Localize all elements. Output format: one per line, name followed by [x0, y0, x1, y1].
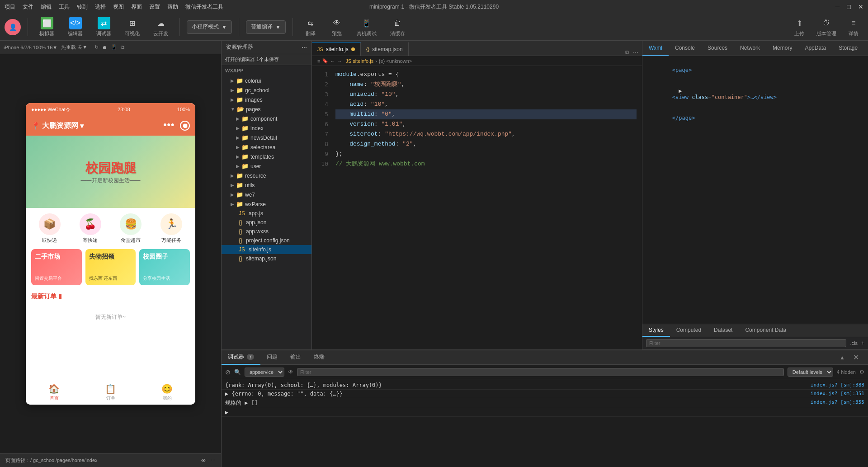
expand-icon[interactable]: ▲	[840, 354, 845, 361]
dt-tab-wxml[interactable]: Wxml	[642, 41, 669, 56]
menu-edit[interactable]: 编辑	[41, 3, 52, 11]
console-filter-input[interactable]	[297, 368, 784, 376]
file-appjson[interactable]: {} app.json	[222, 218, 311, 227]
more-icon[interactable]: ⋯	[211, 458, 216, 463]
dom-line-2[interactable]: </page>	[646, 108, 864, 128]
phone-nav-dots[interactable]: ●●● ⏺	[163, 121, 190, 131]
menu-settings[interactable]: 设置	[149, 3, 160, 11]
minimize-button[interactable]: ─	[835, 3, 840, 10]
dt-tab-network[interactable]: Network	[734, 41, 766, 56]
styles-tab-dataset[interactable]: Dataset	[708, 324, 739, 337]
eye-icon[interactable]: 👁	[201, 458, 206, 463]
breadcrumb-forward[interactable]: →	[337, 58, 342, 64]
icon-item-3[interactable]: 🏃 万能任务	[153, 213, 190, 244]
compile-select[interactable]: 普通编译 ▼	[246, 20, 286, 34]
dt-tab-storage[interactable]: Storage	[832, 41, 864, 56]
file-wxparse[interactable]: ▶ 📁 wxParse	[222, 199, 311, 209]
menu-file[interactable]: 文件	[23, 3, 33, 11]
translate-button[interactable]: ⇆ 翻译	[300, 15, 321, 39]
menu-tools[interactable]: 工具	[59, 3, 70, 11]
console-filter-icon[interactable]: 🔍	[234, 369, 241, 375]
dom-line-0[interactable]: <page>	[646, 60, 864, 80]
file-component[interactable]: ▶ 📁 component	[222, 114, 311, 123]
tab-order[interactable]: 📋 订单	[82, 380, 139, 405]
copy-icon[interactable]: ⧉	[121, 44, 124, 50]
console-source[interactable]: index.js? [sm]:355	[811, 399, 864, 405]
file-templates[interactable]: ▶ 📁 templates	[222, 152, 311, 161]
phone-icon[interactable]: 📱	[111, 44, 117, 50]
dt-tab-memory[interactable]: Memory	[766, 41, 798, 56]
visual-button[interactable]: ⊞ 可视化	[120, 15, 144, 39]
styles-tab-component[interactable]: Component Data	[739, 324, 793, 337]
mode-select[interactable]: 小程序模式 ▼	[187, 20, 232, 34]
menu-interface[interactable]: 界面	[131, 3, 142, 11]
version-button[interactable]: ⏱ 版本管理	[813, 15, 840, 39]
hotreload-label[interactable]: 热重载 关▼	[61, 44, 87, 51]
preview-button[interactable]: 👁 预览	[326, 15, 348, 39]
file-gc_school[interactable]: ▶ 📁 gc_school	[222, 85, 311, 95]
device-label[interactable]: iPhone 6/7/8 100% 16▼	[4, 45, 57, 50]
real-debug-button[interactable]: 📱 真机调试	[352, 15, 381, 39]
console-tab-issues[interactable]: 问题	[260, 350, 284, 365]
file-appjs[interactable]: JS app.js	[222, 209, 311, 218]
dt-tab-security[interactable]: Security	[864, 41, 868, 56]
menu-select[interactable]: 选择	[95, 3, 106, 11]
code-content[interactable]: module.exports = { name: "校园跑腿", uniacid…	[330, 66, 642, 349]
clear-button[interactable]: 🗑 清缓存	[386, 15, 410, 39]
console-source[interactable]: index.js? [sm]:388	[811, 382, 864, 388]
file-header-more[interactable]: ⋯	[302, 44, 307, 51]
file-colorui[interactable]: ▶ 📁 colorui	[222, 76, 311, 85]
file-newsdetail[interactable]: ▶ 📁 newsDetail	[222, 133, 311, 142]
file-resource[interactable]: ▶ 📁 resource	[222, 171, 311, 180]
eye-icon[interactable]: 👁	[288, 369, 293, 375]
breadcrumb-back[interactable]: ←	[330, 58, 335, 64]
file-index[interactable]: ▶ 📁 index	[222, 123, 311, 133]
upload-button[interactable]: ⬆ 上传	[789, 15, 809, 39]
console-tab-terminal[interactable]: 终端	[307, 350, 331, 365]
menu-help[interactable]: 帮助	[167, 3, 178, 11]
tab-mine[interactable]: 😊 我的	[139, 380, 195, 405]
styles-filter-input[interactable]	[646, 339, 846, 347]
window-controls[interactable]: ─ □ ✕	[835, 3, 863, 10]
split-icon[interactable]: ⧉	[625, 49, 629, 56]
styles-tab-computed[interactable]: Computed	[670, 324, 708, 337]
tab-siteinfo[interactable]: JS siteinfo.js	[312, 42, 361, 56]
console-levels-select[interactable]: Default levels	[788, 368, 833, 377]
styles-tab-styles[interactable]: Styles	[642, 324, 670, 337]
dt-tab-console[interactable]: Console	[669, 41, 701, 56]
phone-card-0[interactable]: 二手市场 闲置交易平台	[31, 249, 82, 285]
cloud-button[interactable]: ☁ 云开发	[149, 15, 173, 39]
file-images[interactable]: ▶ 📁 images	[222, 95, 311, 104]
file-utils[interactable]: ▶ 📁 utils	[222, 180, 311, 190]
user-avatar[interactable]: 👤	[5, 19, 21, 35]
maximize-button[interactable]: □	[847, 3, 851, 10]
tab-home[interactable]: 🏠 首页	[26, 380, 82, 405]
file-user[interactable]: ▶ 📁 user	[222, 161, 311, 171]
cls-button[interactable]: .cls	[850, 340, 858, 346]
icon-item-1[interactable]: 🍒 寄快递	[72, 213, 109, 244]
debugger-button[interactable]: ⇄ 调试器	[92, 15, 116, 39]
console-context-select[interactable]: appservice	[245, 368, 284, 377]
console-tab-output[interactable]: 输出	[284, 350, 307, 365]
detail-button[interactable]: ≡ 详情	[844, 15, 863, 39]
editor-button[interactable]: </> 编辑器	[63, 15, 87, 39]
dt-tab-appdata[interactable]: AppData	[798, 41, 832, 56]
record-icon[interactable]: ⏺	[102, 45, 107, 50]
menu-goto[interactable]: 转到	[77, 3, 88, 11]
add-style-icon[interactable]: +	[861, 340, 864, 346]
phone-location[interactable]: 📍 大鹏资源网 ▾	[31, 121, 84, 131]
icon-item-0[interactable]: 📦 取快递	[31, 213, 68, 244]
file-sitemap[interactable]: {} sitemap.json	[222, 254, 311, 263]
menu-devtools[interactable]: 微信开发者工具	[185, 3, 223, 11]
menu-project[interactable]: 项目	[5, 3, 15, 11]
console-tab-debugger[interactable]: 调试器 7	[222, 350, 260, 365]
file-selectarea[interactable]: ▶ 📁 selectarea	[222, 142, 311, 152]
file-we7[interactable]: ▶ 📁 we7	[222, 190, 311, 199]
phone-card-2[interactable]: 校园圈子 分享校园生活	[139, 249, 190, 285]
refresh-icon[interactable]: ↻	[94, 44, 99, 50]
more-icon[interactable]: ⋯	[633, 49, 638, 56]
console-source[interactable]: index.js? [sm]:351	[811, 391, 864, 396]
file-siteinfo[interactable]: JS siteinfo.js	[222, 245, 311, 254]
console-clear-icon[interactable]: ⊘	[225, 368, 231, 376]
menu-view[interactable]: 视图	[113, 3, 124, 11]
